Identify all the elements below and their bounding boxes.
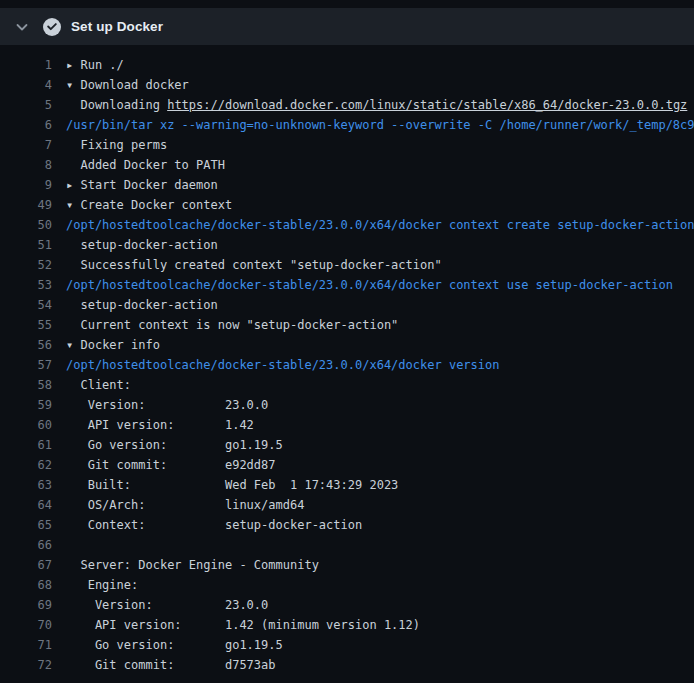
log-line: 68 Engine: [0, 575, 694, 595]
log-url-link[interactable]: https://download.docker.com/linux/static… [167, 98, 687, 112]
log-line-content: ▸ Run ./ [52, 55, 694, 75]
line-number[interactable]: 55 [0, 315, 52, 335]
line-number[interactable]: 63 [0, 475, 52, 495]
log-area: 1▸ Run ./4▾ Download docker5 Downloading… [0, 45, 694, 675]
log-line: 66 [0, 535, 694, 555]
log-text: API version: 1.42 [66, 418, 254, 432]
command-text: /opt/hostedtoolcache/docker-stable/23.0.… [66, 218, 694, 232]
log-line: 57/opt/hostedtoolcache/docker-stable/23.… [0, 355, 694, 375]
line-number[interactable]: 56 [0, 335, 52, 355]
line-number[interactable]: 62 [0, 455, 52, 475]
log-line: 65 Context: setup-docker-action [0, 515, 694, 535]
log-line-content: Successfully created context "setup-dock… [52, 255, 694, 275]
step-header[interactable]: Set up Docker [0, 8, 694, 45]
log-line: 50/opt/hostedtoolcache/docker-stable/23.… [0, 215, 694, 235]
group-toggle-marker-icon: ▾ [66, 78, 80, 92]
line-number[interactable]: 5 [0, 95, 52, 115]
log-line-content: Fixing perms [52, 135, 694, 155]
line-number[interactable]: 53 [0, 275, 52, 295]
log-line: 71 Go version: go1.19.5 [0, 635, 694, 655]
log-line-content [52, 535, 694, 555]
log-line: 6/usr/bin/tar xz --warning=no-unknown-ke… [0, 115, 694, 135]
log-line-content: Added Docker to PATH [52, 155, 694, 175]
line-number[interactable]: 64 [0, 495, 52, 515]
log-line: 53/opt/hostedtoolcache/docker-stable/23.… [0, 275, 694, 295]
log-line: 70 API version: 1.42 (minimum version 1.… [0, 615, 694, 635]
log-text: Download docker [80, 78, 188, 92]
log-line-content: Server: Docker Engine - Community [52, 555, 694, 575]
line-number[interactable]: 72 [0, 655, 52, 675]
chevron-down-icon[interactable] [10, 15, 34, 39]
line-number[interactable]: 49 [0, 195, 52, 215]
log-text: OS/Arch: linux/amd64 [66, 498, 304, 512]
log-line-content: Go version: go1.19.5 [52, 635, 694, 655]
log-text: Client: [66, 378, 131, 392]
log-line-content: Go version: go1.19.5 [52, 435, 694, 455]
log-line-content: /usr/bin/tar xz --warning=no-unknown-key… [52, 115, 694, 135]
log-line-content: setup-docker-action [52, 235, 694, 255]
log-line: 63 Built: Wed Feb 1 17:43:29 2023 [0, 475, 694, 495]
line-number[interactable]: 52 [0, 255, 52, 275]
log-line: 61 Go version: go1.19.5 [0, 435, 694, 455]
line-number[interactable]: 8 [0, 155, 52, 175]
log-group-line[interactable]: 4▾ Download docker [0, 75, 694, 95]
log-text: Added Docker to PATH [66, 158, 225, 172]
log-text: Version: 23.0.0 [66, 398, 268, 412]
line-number[interactable]: 59 [0, 395, 52, 415]
log-text: Server: Docker Engine - Community [66, 558, 319, 572]
line-number[interactable]: 7 [0, 135, 52, 155]
line-number[interactable]: 67 [0, 555, 52, 575]
log-group-line[interactable]: 9▸ Start Docker daemon [0, 175, 694, 195]
log-line: 52 Successfully created context "setup-d… [0, 255, 694, 275]
log-line-content: /opt/hostedtoolcache/docker-stable/23.0.… [52, 355, 694, 375]
log-line: 60 API version: 1.42 [0, 415, 694, 435]
line-number[interactable]: 51 [0, 235, 52, 255]
line-number[interactable]: 54 [0, 295, 52, 315]
log-text: Fixing perms [66, 138, 167, 152]
log-line: 54 setup-docker-action [0, 295, 694, 315]
log-text: Built: Wed Feb 1 17:43:29 2023 [66, 478, 398, 492]
group-toggle-marker-icon: ▸ [66, 58, 80, 72]
log-line: 67 Server: Docker Engine - Community [0, 555, 694, 575]
log-line: 64 OS/Arch: linux/amd64 [0, 495, 694, 515]
group-toggle-marker-icon: ▾ [66, 198, 80, 212]
line-number[interactable]: 6 [0, 115, 52, 135]
log-text: API version: 1.42 (minimum version 1.12) [66, 618, 420, 632]
log-line: 5 Downloading https://download.docker.co… [0, 95, 694, 115]
log-group-line[interactable]: 1▸ Run ./ [0, 55, 694, 75]
log-line-content: Context: setup-docker-action [52, 515, 694, 535]
log-line-content: OS/Arch: linux/amd64 [52, 495, 694, 515]
log-line-content: Current context is now "setup-docker-act… [52, 315, 694, 335]
command-text: /usr/bin/tar xz --warning=no-unknown-key… [66, 118, 694, 132]
line-number[interactable]: 9 [0, 175, 52, 195]
line-number[interactable]: 1 [0, 55, 52, 75]
line-number[interactable]: 66 [0, 535, 52, 555]
group-toggle-marker-icon: ▸ [66, 178, 80, 192]
line-number[interactable]: 50 [0, 215, 52, 235]
line-number[interactable]: 58 [0, 375, 52, 395]
line-number[interactable]: 61 [0, 435, 52, 455]
log-text: Run ./ [80, 58, 123, 72]
log-group-line[interactable]: 56▾ Docker info [0, 335, 694, 355]
line-number[interactable]: 60 [0, 415, 52, 435]
line-number[interactable]: 70 [0, 615, 52, 635]
log-line: 72 Git commit: d7573ab [0, 655, 694, 675]
line-number[interactable]: 57 [0, 355, 52, 375]
log-line: 59 Version: 23.0.0 [0, 395, 694, 415]
command-text: /opt/hostedtoolcache/docker-stable/23.0.… [66, 278, 673, 292]
log-line: 58 Client: [0, 375, 694, 395]
log-line-content: setup-docker-action [52, 295, 694, 315]
line-number[interactable]: 65 [0, 515, 52, 535]
line-number[interactable]: 68 [0, 575, 52, 595]
line-number[interactable]: 4 [0, 75, 52, 95]
line-number[interactable]: 71 [0, 635, 52, 655]
log-text: setup-docker-action [66, 298, 218, 312]
log-line-content: Client: [52, 375, 694, 395]
line-number[interactable]: 69 [0, 595, 52, 615]
log-line-content: /opt/hostedtoolcache/docker-stable/23.0.… [52, 275, 694, 295]
log-line-content: Downloading https://download.docker.com/… [52, 95, 694, 115]
log-text: Current context is now "setup-docker-act… [66, 318, 398, 332]
log-text: setup-docker-action [66, 238, 218, 252]
log-line: 51 setup-docker-action [0, 235, 694, 255]
log-group-line[interactable]: 49▾ Create Docker context [0, 195, 694, 215]
